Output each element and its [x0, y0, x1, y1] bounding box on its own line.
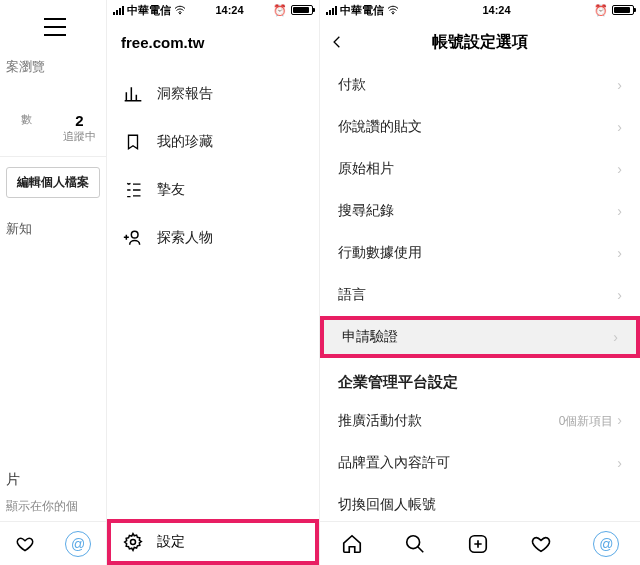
tab-bar: @: [320, 521, 640, 565]
row-label: 品牌置入內容許可: [338, 454, 450, 472]
row-payments[interactable]: 付款 ›: [320, 64, 640, 106]
account-name[interactable]: free.com.tw: [107, 20, 319, 64]
menu-label: 探索人物: [157, 229, 213, 247]
notif-label: 新知: [0, 220, 106, 238]
profile-left-fragment: 案瀏覽 數 2 追蹤中 編輯個人檔案 新知 片 顯示在你的個 @: [0, 0, 107, 565]
new-post-icon[interactable]: [467, 533, 489, 555]
carrier-label: 中華電信: [127, 3, 171, 18]
search-icon[interactable]: [404, 533, 426, 555]
row-label: 切換回個人帳號: [338, 496, 436, 514]
menu-insights[interactable]: 洞察報告: [107, 70, 319, 118]
row-liked-posts[interactable]: 你說讚的貼文 ›: [320, 106, 640, 148]
header: 帳號設定選項: [320, 20, 640, 64]
chevron-right-icon: ›: [617, 455, 622, 471]
wifi-icon: [387, 5, 399, 15]
row-label: 推廣活動付款: [338, 412, 422, 430]
row-label: 行動數據使用: [338, 244, 422, 262]
chevron-right-icon: ›: [617, 77, 622, 93]
stat-item[interactable]: 數: [0, 112, 53, 144]
stat-following[interactable]: 2 追蹤中: [53, 112, 106, 144]
menu-label: 摯友: [157, 181, 185, 199]
row-switch-personal[interactable]: 切換回個人帳號: [320, 484, 640, 521]
closefriends-icon: [123, 180, 143, 200]
menu-discover[interactable]: 探索人物: [107, 214, 319, 262]
alarm-icon: ⏰: [273, 4, 287, 17]
row-language[interactable]: 語言 ›: [320, 274, 640, 316]
side-menu: 中華電信 14:24 ⏰ free.com.tw 洞察報告 我的珍藏: [107, 0, 320, 565]
chevron-right-icon: ›: [617, 245, 622, 261]
browse-label: 案瀏覽: [0, 54, 106, 80]
svg-point-0: [180, 13, 181, 14]
row-label: 語言: [338, 286, 366, 304]
heart-icon[interactable]: [530, 533, 552, 555]
menu-label: 洞察報告: [157, 85, 213, 103]
row-cellular-data[interactable]: 行動數據使用 ›: [320, 232, 640, 274]
carrier-label: 中華電信: [340, 3, 384, 18]
row-label: 搜尋紀錄: [338, 202, 394, 220]
svg-point-2: [131, 540, 136, 545]
settings-list[interactable]: 付款 › 你說讚的貼文 › 原始相片 › 搜尋紀錄 › 行動數據使用 › 語言 …: [320, 64, 640, 521]
row-request-verification[interactable]: 申請驗證 ›: [320, 316, 640, 358]
bookmark-icon: [123, 132, 143, 152]
battery-icon: [291, 5, 313, 15]
settings-label: 設定: [157, 533, 185, 551]
clock: 14:24: [482, 4, 510, 16]
section-label: 企業管理平台設定: [338, 373, 458, 392]
menu-icon[interactable]: [44, 18, 66, 36]
profile-icon[interactable]: @: [593, 531, 619, 557]
home-icon[interactable]: [341, 533, 363, 555]
photos-subtitle: 顯示在你的個: [6, 498, 78, 515]
back-button[interactable]: [330, 32, 344, 52]
insights-icon: [123, 84, 143, 104]
discover-icon: [123, 228, 143, 248]
battery-icon: [612, 5, 634, 15]
row-label: 原始相片: [338, 160, 394, 178]
row-branded-content[interactable]: 品牌置入內容許可 ›: [320, 442, 640, 484]
edit-profile-button[interactable]: 編輯個人檔案: [6, 167, 100, 198]
profile-icon[interactable]: @: [65, 531, 91, 557]
stats-row: 數 2 追蹤中: [0, 112, 106, 157]
settings-button[interactable]: 設定: [107, 519, 319, 565]
chevron-right-icon: ›: [617, 161, 622, 177]
status-bar: 中華電信 14:24 ⏰: [320, 0, 640, 20]
clock: 14:24: [215, 4, 243, 16]
settings-screen: 中華電信 14:24 ⏰ 帳號設定選項 付款 › 你說讚的貼文 ›: [320, 0, 640, 565]
menu-saved[interactable]: 我的珍藏: [107, 118, 319, 166]
bottom-bar-left: @: [0, 521, 106, 565]
alarm-icon: ⏰: [594, 4, 608, 17]
gear-icon: [123, 532, 143, 552]
row-search-history[interactable]: 搜尋紀錄 ›: [320, 190, 640, 232]
svg-point-1: [131, 231, 138, 238]
row-original-photos[interactable]: 原始相片 ›: [320, 148, 640, 190]
row-label: 付款: [338, 76, 366, 94]
status-bar: 中華電信 14:24 ⏰: [107, 0, 319, 20]
heart-icon[interactable]: [15, 534, 35, 554]
menu-closefriends[interactable]: 摯友: [107, 166, 319, 214]
row-trail: 0個新項目: [559, 414, 614, 428]
chevron-right-icon: ›: [617, 119, 622, 135]
wifi-icon: [174, 5, 186, 15]
chevron-right-icon: ›: [613, 329, 618, 345]
photos-tab[interactable]: 片: [6, 471, 20, 489]
chevron-right-icon: ›: [617, 203, 622, 219]
chevron-right-icon: ›: [617, 287, 622, 303]
menu-label: 我的珍藏: [157, 133, 213, 151]
chevron-right-icon: ›: [617, 412, 622, 428]
row-promotions-payments[interactable]: 推廣活動付款 0個新項目 ›: [320, 400, 640, 442]
section-business: 企業管理平台設定: [320, 358, 640, 400]
svg-point-4: [407, 535, 420, 548]
row-label: 你說讚的貼文: [338, 118, 422, 136]
svg-point-3: [393, 13, 394, 14]
page-title: 帳號設定選項: [320, 32, 640, 53]
row-label: 申請驗證: [342, 328, 398, 346]
